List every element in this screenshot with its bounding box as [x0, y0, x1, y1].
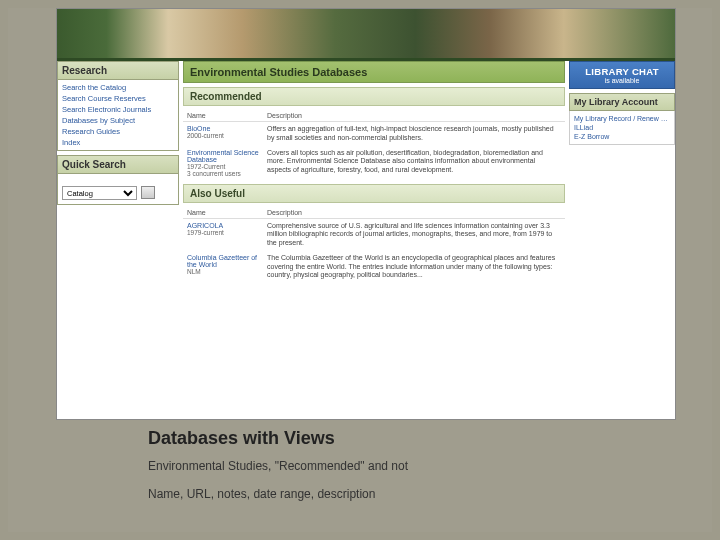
db-desc: Covers all topics such as air pollution,… [263, 146, 565, 180]
nav-link-databases[interactable]: Databases by Subject [62, 115, 174, 126]
nav-link-catalog[interactable]: Search the Catalog [62, 82, 174, 93]
chat-title: LIBRARY CHAT [574, 66, 670, 77]
db-link-envsci[interactable]: Environmental Science Database [187, 149, 259, 163]
table-row: AGRICOLA 1979-current Comprehensive sour… [183, 218, 565, 251]
col-desc: Description [263, 207, 565, 219]
db-extra: 3 concurrent users [187, 170, 241, 177]
account-links: My Library Record / Renew Books ILLiad E… [569, 111, 675, 145]
library-chat-box[interactable]: LIBRARY CHAT is available [569, 61, 675, 89]
db-link-agricola[interactable]: AGRICOLA [187, 222, 223, 229]
col-name: Name [183, 207, 263, 219]
db-dates: 1972-Current [187, 163, 225, 170]
nav-link-ejournals[interactable]: Search Electronic Journals [62, 104, 174, 115]
quick-search-box: Quick Search Catalog [57, 155, 179, 205]
acct-link-ezborrow[interactable]: E-Z Borrow [574, 132, 670, 141]
col-name: Name [183, 110, 263, 122]
chat-subtitle: is available [574, 77, 670, 84]
col-desc: Description [263, 110, 565, 122]
db-desc: Comprehensive source of U.S. agricultura… [263, 218, 565, 251]
acct-link-illiad[interactable]: ILLiad [574, 123, 670, 132]
db-dates: NLM [187, 268, 201, 275]
research-nav-head: Research [58, 62, 178, 80]
quick-search-head: Quick Search [58, 156, 178, 174]
nav-link-guides[interactable]: Research Guides [62, 126, 174, 137]
page-title: Environmental Studies Databases [183, 61, 565, 83]
site-banner [57, 9, 675, 61]
table-row: Columbia Gazetteer of the World NLM The … [183, 251, 565, 283]
also-useful-table: Name Description AGRICOLA 1979-current C… [183, 207, 565, 284]
nav-link-reserves[interactable]: Search Course Reserves [62, 93, 174, 104]
section-recommended: Recommended [183, 87, 565, 106]
slide-caption: Databases with Views Environmental Studi… [148, 428, 652, 515]
library-page-screenshot: Research Search the Catalog Search Cours… [56, 8, 676, 420]
db-desc: Offers an aggregation of full-text, high… [263, 122, 565, 146]
caption-title: Databases with Views [148, 428, 652, 449]
acct-link-record[interactable]: My Library Record / Renew Books [574, 114, 670, 123]
db-desc: The Columbia Gazetteer of the World is a… [263, 251, 565, 283]
section-also-useful: Also Useful [183, 184, 565, 203]
research-nav-box: Research Search the Catalog Search Cours… [57, 61, 179, 151]
db-dates: 1979-current [187, 229, 224, 236]
quick-search-select[interactable]: Catalog [62, 186, 137, 200]
recommended-table: Name Description BioOne 2000-current Off… [183, 110, 565, 180]
quick-search-go-button[interactable] [141, 186, 155, 199]
nav-link-index[interactable]: Index [62, 137, 174, 148]
db-dates: 2000-current [187, 132, 224, 139]
db-link-bioone[interactable]: BioOne [187, 125, 210, 132]
table-row: Environmental Science Database 1972-Curr… [183, 146, 565, 180]
table-row: BioOne 2000-current Offers an aggregatio… [183, 122, 565, 146]
db-link-columbia[interactable]: Columbia Gazetteer of the World [187, 254, 257, 268]
account-head: My Library Account [569, 93, 675, 111]
caption-line-2: Name, URL, notes, date range, descriptio… [148, 487, 652, 501]
caption-line-1: Environmental Studies, "Recommended" and… [148, 459, 652, 473]
